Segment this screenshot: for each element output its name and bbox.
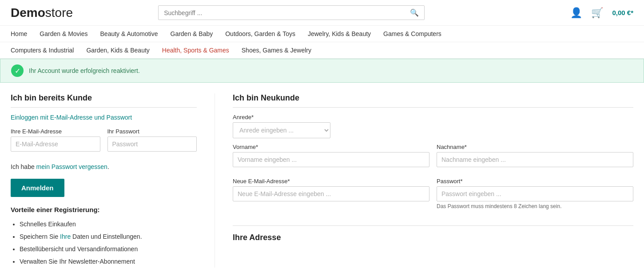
search-bar: 🔍 [158, 5, 425, 20]
logo[interactable]: Demostore [11, 6, 73, 20]
login-button[interactable]: Anmelden [11, 179, 64, 197]
password-group: Ihr Passwort [107, 128, 197, 152]
email-input[interactable] [11, 136, 100, 152]
password-input[interactable] [107, 136, 197, 152]
nav-home[interactable]: Home [11, 30, 27, 37]
benefit-item-1: Schnelles Einkaufen [20, 218, 197, 230]
benefits-title: Vorteile einer Registrierung: [11, 206, 197, 213]
benefit-item-3: Bestellübersicht und Versandinformatione… [20, 243, 197, 255]
vorname-input[interactable] [233, 152, 429, 167]
success-icon: ✓ [11, 64, 24, 77]
cart-amount[interactable]: 0,00 €* [612, 9, 633, 16]
nav-computers-industrial[interactable]: Computers & Industrial [11, 47, 74, 54]
header: Demostore 🔍 👤 🛒 0,00 €* [0, 0, 644, 26]
login-fields-row: Ihre E-Mail-Adresse Ihr Passwort [11, 128, 197, 157]
nav-beauty-automotive[interactable]: Beauty & Automotive [100, 30, 158, 37]
nav-outdoors[interactable]: Outdoors, Garden & Toys [225, 30, 295, 37]
anrede-group: Anrede* Anrede eingeben ... Herr Frau Di… [233, 114, 330, 138]
success-alert: ✓ Ihr Account wurde erfolgreich reaktivi… [0, 59, 644, 83]
search-input[interactable] [164, 9, 410, 16]
forgot-suffix: . [107, 163, 109, 170]
ihre-adresse-title: Ihre Adresse [233, 225, 633, 242]
benefit-item-2: Speichern Sie Ihre Daten und Einstellung… [20, 230, 197, 243]
email-password-row: Neue E-Mail-Adresse* Passwort* Das Passw… [233, 178, 633, 215]
nav-games-computers[interactable]: Games & Computers [383, 30, 441, 37]
new-password-label: Passwort* [437, 178, 633, 185]
password-hint: Das Passwort muss mindestens 8 Zeichen l… [437, 203, 633, 209]
nav-shoes-games[interactable]: Shoes, Games & Jewelry [242, 47, 311, 54]
forgot-password-text: Ich habe mein Passwort vergessen. [11, 162, 197, 172]
new-email-group: Neue E-Mail-Adresse* [233, 178, 429, 209]
nachname-input[interactable] [437, 152, 633, 167]
benefit-2-link[interactable]: Ihre [60, 233, 71, 240]
forgot-password-link[interactable]: mein Passwort vergessen [36, 163, 107, 170]
cart-icon[interactable]: 🛒 [591, 7, 603, 19]
vorname-label: Vorname* [233, 144, 429, 150]
alert-message: Ihr Account wurde erfolgreich reaktivier… [29, 67, 140, 74]
benefit-item-4: Verwalten Sie Ihr Newsletter-Abonnement [20, 255, 197, 268]
nav-garden-movies[interactable]: Garden & Movies [40, 30, 87, 37]
anrede-label: Anrede* [233, 114, 330, 120]
logo-regular: store [45, 6, 73, 20]
primary-nav: Home Garden & Movies Beauty & Automotive… [0, 26, 644, 42]
new-customer-section: Ich bin Neukunde Anrede* Anrede eingeben… [215, 93, 633, 268]
nav-garden-kids-beauty[interactable]: Garden, Kids & Beauty [86, 47, 149, 54]
nav-garden-baby[interactable]: Garden & Baby [171, 30, 213, 37]
email-label: Ihre E-Mail-Adresse [11, 128, 100, 135]
user-icon[interactable]: 👤 [570, 7, 582, 19]
nachname-group: Nachname* [437, 144, 633, 167]
search-icon[interactable]: 🔍 [410, 8, 419, 17]
forgot-prefix: Ich habe [11, 163, 36, 170]
logo-bold: Demo [11, 6, 45, 20]
vorname-group: Vorname* [233, 144, 429, 167]
benefit-1-text: Schnelles Einkaufen [20, 221, 76, 228]
benefit-4-text: Verwalten Sie Ihr Newsletter-Abonnement [20, 258, 135, 265]
existing-customer-subtitle: Einloggen mit E-Mail-Adresse und Passwor… [11, 114, 197, 121]
new-password-group: Passwort* Das Passwort muss mindestens 8… [437, 178, 633, 209]
secondary-nav: Computers & Industrial Garden, Kids & Be… [0, 42, 644, 59]
header-right: 👤 🛒 0,00 €* [570, 7, 633, 19]
nav-health-sports[interactable]: Health, Sports & Games [162, 47, 229, 54]
anrede-select[interactable]: Anrede eingeben ... Herr Frau Divers [233, 122, 330, 138]
new-email-label: Neue E-Mail-Adresse* [233, 178, 429, 185]
main-content: Ich bin bereits Kunde Einloggen mit E-Ma… [0, 83, 644, 277]
existing-customer-title: Ich bin bereits Kunde [11, 93, 197, 108]
benefit-3-text: Bestellübersicht und Versandinformatione… [20, 245, 138, 253]
new-customer-title: Ich bin Neukunde [233, 93, 633, 108]
new-password-input[interactable] [437, 186, 633, 201]
existing-customer-section: Ich bin bereits Kunde Einloggen mit E-Ma… [11, 93, 215, 268]
email-group: Ihre E-Mail-Adresse [11, 128, 100, 152]
password-label: Ihr Passwort [107, 128, 197, 135]
benefits-list: Schnelles Einkaufen Speichern Sie Ihre D… [11, 218, 197, 268]
nav-jewelry[interactable]: Jewelry, Kids & Beauty [308, 30, 371, 37]
nachname-label: Nachname* [437, 144, 633, 150]
new-email-input[interactable] [233, 186, 429, 201]
name-row: Vorname* Nachname* [233, 144, 633, 173]
